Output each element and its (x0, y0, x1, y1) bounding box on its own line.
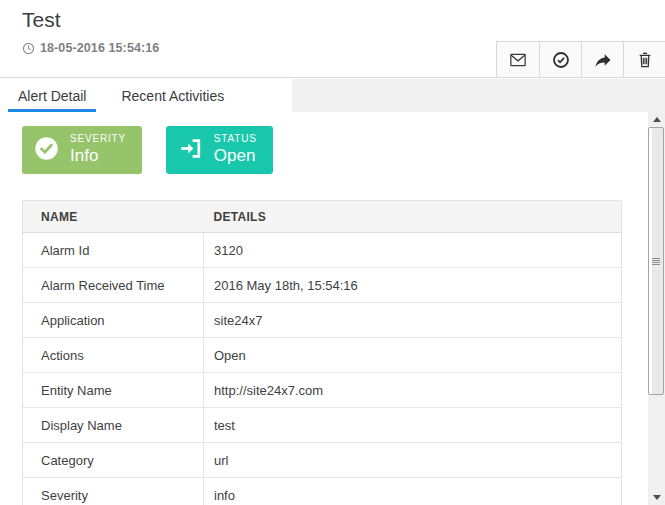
table-row: Alarm Id 3120 (23, 233, 622, 268)
row-value: http://site24x7.com (204, 373, 622, 408)
status-label: STATUS (214, 133, 257, 145)
severity-label: SEVERITY (70, 133, 126, 145)
status-badge: STATUS Open (166, 126, 273, 174)
table-header-row: NAME DETAILS (23, 201, 622, 233)
trash-icon (635, 50, 655, 70)
row-name: Category (23, 443, 204, 478)
status-value: Open (214, 146, 257, 166)
alert-table-body: Alarm Id 3120 Alarm Received Time 2016 M… (23, 233, 622, 505)
table-row: Category url (23, 443, 622, 478)
tab-recent-activities[interactable]: Recent Activities (111, 79, 234, 112)
row-name: Application (23, 303, 204, 338)
table-row: Entity Name http://site24x7.com (23, 373, 622, 408)
table-row: Actions Open (23, 338, 622, 373)
alert-timestamp: 18-05-2016 15:54:16 (40, 41, 159, 55)
row-name: Actions (23, 338, 204, 373)
row-value: 2016 May 18th, 15:54:16 (204, 268, 622, 303)
panel-header: Test 18-05-2016 15:54:16 (0, 0, 665, 78)
row-name: Entity Name (23, 373, 204, 408)
scroll-up-button[interactable] (648, 112, 665, 127)
table-row: Alarm Received Time 2016 May 18th, 15:54… (23, 268, 622, 303)
row-value: Open (204, 338, 622, 373)
tab-list: Alert Detail Recent Activities (0, 79, 292, 112)
scrollbar-grip-icon (652, 258, 660, 265)
column-header-name: NAME (23, 201, 204, 233)
row-value: site24x7 (204, 303, 622, 338)
alert-action-toolbar (496, 41, 665, 78)
alert-detail-panel: Test 18-05-2016 15:54:16 (0, 0, 665, 505)
row-name: Alarm Received Time (23, 268, 204, 303)
scrollbar-thumb[interactable] (648, 127, 664, 395)
alert-details-table: NAME DETAILS Alarm Id 3120 Alarm Receive… (22, 200, 622, 505)
column-header-details: DETAILS (204, 201, 622, 233)
row-value: test (204, 408, 622, 443)
badge-row: SEVERITY Info STATUS Open (22, 126, 273, 174)
row-name: Display Name (23, 408, 204, 443)
check-circle-icon (551, 50, 571, 70)
page-title: Test (22, 8, 61, 32)
check-circle-badge-icon (33, 135, 60, 166)
scroll-down-button[interactable] (648, 490, 665, 505)
tab-bar: Alert Detail Recent Activities (0, 79, 665, 112)
delete-button[interactable] (623, 42, 665, 77)
row-name: Severity (23, 478, 204, 505)
severity-value: Info (70, 146, 126, 166)
row-value: 3120 (204, 233, 622, 268)
table-row: Application site24x7 (23, 303, 622, 338)
row-value: info (204, 478, 622, 505)
forward-button[interactable] (581, 42, 623, 77)
alert-details-table-wrap: NAME DETAILS Alarm Id 3120 Alarm Receive… (22, 200, 622, 505)
tab-alert-detail[interactable]: Alert Detail (8, 79, 96, 112)
scroll-up-icon (653, 117, 661, 122)
scroll-down-icon (653, 495, 661, 500)
table-row: Display Name test (23, 408, 622, 443)
mail-button[interactable] (497, 42, 539, 77)
severity-badge: SEVERITY Info (22, 126, 142, 174)
row-name: Alarm Id (23, 233, 204, 268)
row-value: url (204, 443, 622, 478)
table-row: Severity info (23, 478, 622, 505)
alert-detail-content: SEVERITY Info STATUS Open (0, 112, 665, 505)
mail-icon (508, 50, 528, 70)
vertical-scrollbar[interactable] (648, 112, 665, 505)
acknowledge-button[interactable] (539, 42, 581, 77)
forward-arrow-icon (593, 50, 613, 70)
alert-timestamp-row: 18-05-2016 15:54:16 (22, 41, 159, 55)
sign-in-arrow-icon (177, 135, 204, 166)
clock-icon (22, 42, 35, 55)
